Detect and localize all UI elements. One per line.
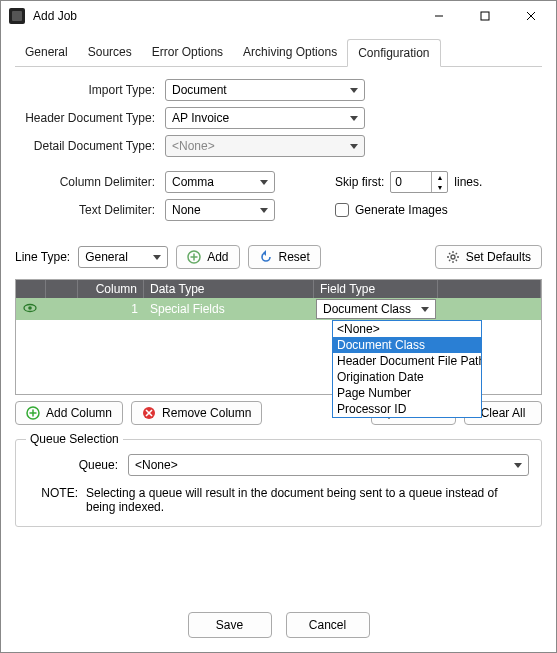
- tabs: General Sources Error Options Archiving …: [15, 39, 542, 67]
- text-delim-select[interactable]: None: [165, 199, 275, 221]
- tab-error-options[interactable]: Error Options: [142, 39, 233, 66]
- tab-configuration[interactable]: Configuration: [347, 39, 440, 67]
- titlebar: Add Job: [1, 1, 556, 31]
- skip-first-label: Skip first:: [335, 175, 384, 189]
- save-button[interactable]: Save: [188, 612, 272, 638]
- maximize-button[interactable]: [462, 1, 508, 31]
- import-type-select[interactable]: Document: [165, 79, 365, 101]
- field-type-option[interactable]: Page Number: [333, 385, 481, 401]
- tab-general[interactable]: General: [15, 39, 78, 66]
- queue-selection-group: Queue Selection Queue: <None> NOTE: Sele…: [15, 439, 542, 527]
- grid-cell-column: 1: [78, 300, 144, 318]
- note-label: NOTE:: [28, 486, 78, 514]
- tab-sources[interactable]: Sources: [78, 39, 142, 66]
- set-defaults-button[interactable]: Set Defaults: [435, 245, 542, 269]
- field-type-option[interactable]: <None>: [333, 321, 481, 337]
- app-icon: [9, 8, 25, 24]
- svg-rect-1: [481, 12, 489, 20]
- eye-icon: [22, 300, 38, 316]
- field-type-cell-select[interactable]: Document Class: [316, 299, 436, 319]
- remove-column-button[interactable]: Remove Column: [131, 401, 262, 425]
- generate-images-checkbox[interactable]: [335, 203, 349, 217]
- field-type-dropdown[interactable]: <None> Document Class Header Document Fi…: [332, 320, 482, 418]
- detail-doc-label: Detail Document Type:: [15, 139, 165, 153]
- header-doc-label: Header Document Type:: [15, 111, 165, 125]
- col-delim-label: Column Delimiter:: [15, 175, 165, 189]
- grid-header-column: Column: [78, 280, 144, 298]
- field-type-option[interactable]: Header Document File Path: [333, 353, 481, 369]
- add-job-window: Add Job General Sources Error Options Ar…: [0, 0, 557, 653]
- svg-line-13: [455, 260, 456, 261]
- minimize-button[interactable]: [416, 1, 462, 31]
- line-type-select[interactable]: General: [78, 246, 168, 268]
- queue-label: Queue:: [28, 458, 118, 472]
- svg-point-7: [451, 255, 455, 259]
- queue-selection-legend: Queue Selection: [26, 432, 123, 446]
- gear-icon: [446, 250, 460, 264]
- svg-line-12: [449, 253, 450, 254]
- cancel-button[interactable]: Cancel: [286, 612, 370, 638]
- line-type-label: Line Type:: [15, 250, 70, 264]
- dialog-body: General Sources Error Options Archiving …: [1, 31, 556, 596]
- field-type-option[interactable]: Document Class: [333, 337, 481, 353]
- svg-point-17: [28, 306, 32, 310]
- header-doc-select[interactable]: AP Invoice: [165, 107, 365, 129]
- queue-select[interactable]: <None>: [128, 454, 529, 476]
- close-button[interactable]: [508, 1, 554, 31]
- text-delim-label: Text Delimiter:: [15, 203, 165, 217]
- tab-archiving-options[interactable]: Archiving Options: [233, 39, 347, 66]
- undo-icon: [259, 250, 273, 264]
- field-type-option[interactable]: Processor ID: [333, 401, 481, 417]
- add-button[interactable]: Add: [176, 245, 239, 269]
- spin-up-icon[interactable]: ▲: [432, 172, 447, 182]
- spin-down-icon[interactable]: ▼: [432, 182, 447, 192]
- grid-cell-datatype: Special Fields: [144, 300, 314, 318]
- detail-doc-select[interactable]: <None>: [165, 135, 365, 157]
- svg-line-14: [455, 253, 456, 254]
- grid-row[interactable]: 1 Special Fields Document Class: [16, 298, 541, 320]
- field-type-option[interactable]: Origination Date: [333, 369, 481, 385]
- grid-header: Column Data Type Field Type: [16, 280, 541, 298]
- skip-first-input[interactable]: 0 ▲▼: [390, 171, 448, 193]
- svg-line-15: [449, 260, 450, 261]
- lines-label: lines.: [454, 175, 482, 189]
- window-title: Add Job: [33, 9, 416, 23]
- remove-icon: [142, 406, 156, 420]
- add-column-button[interactable]: Add Column: [15, 401, 123, 425]
- plus-icon: [187, 250, 201, 264]
- generate-images-label: Generate Images: [355, 203, 448, 217]
- reset-button[interactable]: Reset: [248, 245, 321, 269]
- import-type-label: Import Type:: [15, 83, 165, 97]
- plus-icon: [26, 406, 40, 420]
- note-text: Selecting a queue will result in the doc…: [86, 486, 529, 514]
- col-delim-select[interactable]: Comma: [165, 171, 275, 193]
- grid-header-fieldtype: Field Type: [314, 280, 438, 298]
- grid-header-datatype: Data Type: [144, 280, 314, 298]
- dialog-footer: Save Cancel: [1, 596, 556, 652]
